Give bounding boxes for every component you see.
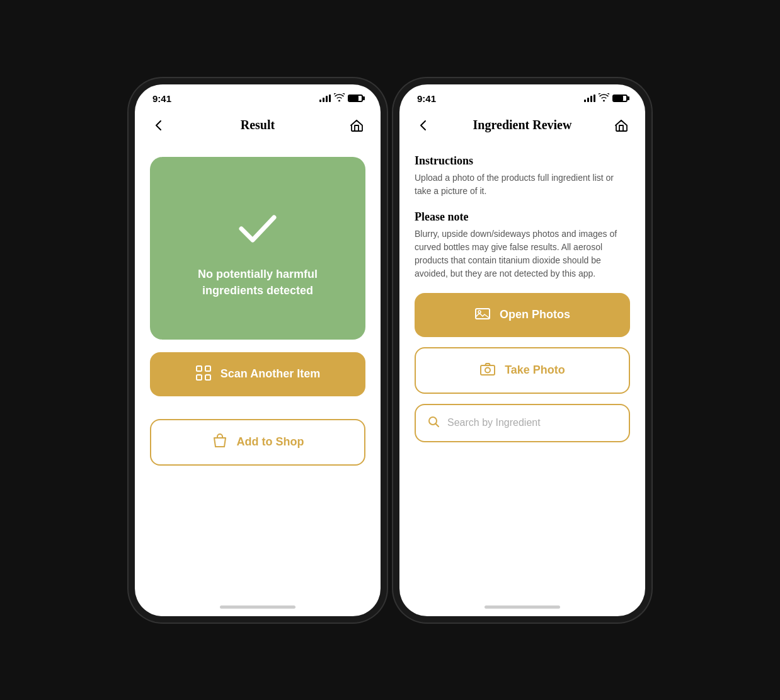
home-indicator-1 (220, 605, 295, 609)
take-photo-label: Take Photo (505, 364, 565, 377)
open-photos-label: Open Photos (500, 308, 570, 321)
status-bar-1: 9:41 (135, 84, 381, 109)
status-icons-2 (584, 93, 628, 103)
signal-bar-6 (587, 98, 589, 102)
instructions-section: Instructions Upload a photo of the produ… (415, 154, 630, 210)
take-photo-button[interactable]: Take Photo (415, 347, 630, 394)
signal-bar-5 (584, 100, 586, 102)
note-title: Please note (415, 210, 630, 224)
note-body: Blurry, upside down/sideways photos and … (415, 227, 630, 280)
status-icons-1 (319, 93, 363, 103)
battery-fill-1 (349, 96, 358, 101)
wifi-icon-2 (599, 93, 609, 103)
signal-bar-7 (590, 96, 592, 102)
svg-rect-0 (197, 366, 202, 371)
home-button-2[interactable] (610, 114, 633, 137)
signal-bar-2 (323, 98, 324, 102)
take-photo-row: Take Photo (415, 347, 630, 394)
search-ingredient-field[interactable]: Search by Ingredient (415, 404, 630, 442)
add-to-shop-button[interactable]: Add to Shop (150, 419, 365, 466)
camera-icon (479, 361, 496, 380)
add-to-shop-label: Add to Shop (237, 435, 304, 449)
open-photos-button[interactable]: Open Photos (415, 293, 630, 337)
battery-fill-2 (614, 96, 623, 101)
shop-icon (212, 433, 228, 452)
status-time-1: 9:41 (152, 93, 171, 104)
battery-icon-2 (612, 95, 628, 102)
photos-icon (474, 306, 491, 324)
wifi-icon-1 (334, 93, 345, 103)
svg-rect-6 (481, 365, 495, 375)
screen1-content: No potentially harmful ingredients detec… (135, 144, 381, 600)
signal-bar-4 (329, 95, 331, 102)
screen2-title: Ingredient Review (473, 118, 572, 132)
search-placeholder: Search by Ingredient (447, 417, 541, 428)
shop-button-row: Add to Shop (150, 419, 365, 466)
home-button-1[interactable] (345, 114, 368, 137)
nav-bar-2: Ingredient Review (399, 109, 645, 144)
note-section: Please note Blurry, upside down/sideways… (415, 210, 630, 293)
result-card: No potentially harmful ingredients detec… (150, 157, 365, 340)
instructions-title: Instructions (415, 154, 630, 168)
signal-bar-3 (326, 96, 328, 102)
result-text: No potentially harmful ingredients detec… (169, 267, 347, 298)
open-photos-row: Open Photos (415, 293, 630, 337)
back-button-2[interactable] (412, 114, 435, 137)
battery-icon-1 (348, 95, 363, 102)
checkmark-icon (232, 204, 283, 254)
svg-rect-1 (205, 366, 210, 371)
signal-bar-8 (594, 95, 595, 102)
svg-rect-4 (476, 309, 490, 319)
back-button-1[interactable] (147, 114, 170, 137)
status-time-2: 9:41 (417, 93, 436, 104)
screen2-content: Instructions Upload a photo of the produ… (399, 144, 645, 600)
scan-another-label: Scan Another Item (221, 367, 320, 381)
home-indicator-2 (485, 605, 560, 609)
nav-bar-1: Result (135, 109, 381, 144)
signal-bar-1 (319, 100, 321, 102)
signal-bars-1 (319, 95, 331, 102)
screen1-title: Result (241, 118, 275, 132)
status-bar-2: 9:41 (399, 84, 645, 109)
svg-rect-2 (197, 375, 202, 380)
instructions-body: Upload a photo of the products full ingr… (415, 171, 630, 198)
phone-result-screen: 9:41 (135, 84, 381, 616)
scan-icon (195, 365, 212, 384)
signal-bars-2 (584, 95, 595, 102)
scan-button-row: Scan Another Item (150, 352, 365, 396)
phone-ingredient-screen: 9:41 (399, 84, 645, 616)
svg-point-7 (485, 367, 490, 372)
scan-another-button[interactable]: Scan Another Item (150, 352, 365, 396)
search-icon (427, 415, 440, 431)
svg-rect-3 (205, 375, 210, 380)
